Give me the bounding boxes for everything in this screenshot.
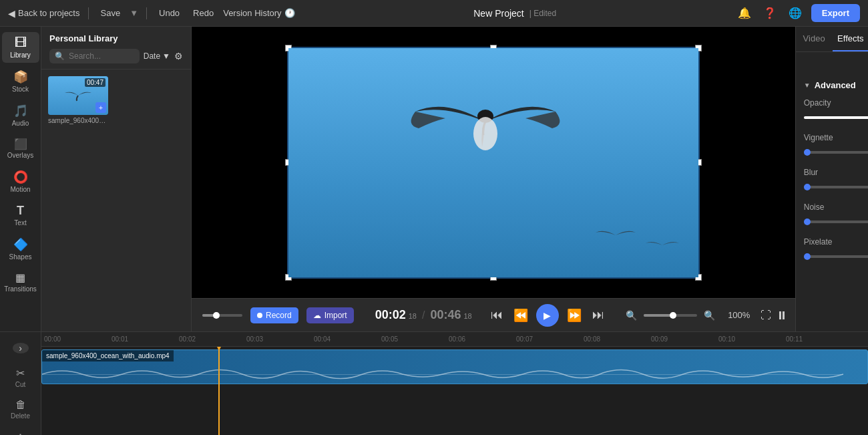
thumbnail-name: sample_960x400_... xyxy=(48,117,108,124)
back-button[interactable]: ◀ Back to projects xyxy=(8,8,80,19)
language-button[interactable]: 🌐 xyxy=(786,4,805,23)
search-box[interactable]: 🔍 xyxy=(49,49,140,63)
blur-slider-row: ↺ xyxy=(804,181,868,193)
delete-label: Delete xyxy=(11,412,30,420)
sidebar-item-text[interactable]: T Text xyxy=(2,200,39,231)
notifications-button[interactable]: 🔔 xyxy=(735,4,754,23)
blur-slider[interactable] xyxy=(804,186,868,188)
date-chevron-icon: ▼ xyxy=(162,51,170,61)
topbar-center: New Project | Edited xyxy=(300,8,730,19)
list-item[interactable]: 00:47 + sample_960x400_... xyxy=(48,76,108,124)
pixelate-slider[interactable] xyxy=(804,255,868,258)
effects-tabs: Video Effects Color Audio xyxy=(796,27,868,52)
date-filter-button[interactable]: Date ▼ xyxy=(144,51,170,61)
noise-label: Noise xyxy=(804,202,825,212)
add-track-tool[interactable]: + Add Track xyxy=(3,428,38,435)
sidebar-item-motion[interactable]: ⭕ Motion xyxy=(2,166,39,197)
advanced-section-header[interactable]: ▼ Advanced xyxy=(804,80,868,90)
playhead[interactable] xyxy=(218,347,220,435)
sidebar-item-audio[interactable]: 🎵 Audio xyxy=(2,100,39,131)
ruler-mark-8: 00:08 xyxy=(584,335,651,343)
export-button[interactable]: Export xyxy=(811,4,860,22)
divider-1 xyxy=(88,7,89,19)
record-label: Record xyxy=(266,311,292,320)
volume-thumb xyxy=(213,312,220,319)
controls-bar: Record ☁ Import 00:02 18 / 00:46 18 ⏮ ⏪ … xyxy=(192,298,795,331)
clip-waveform xyxy=(42,365,843,384)
vignette-slider[interactable] xyxy=(804,151,868,154)
play-button[interactable]: ▶ xyxy=(536,304,559,327)
sidebar-item-overlays[interactable]: ⬛ Overlays xyxy=(2,134,39,163)
rewind-button[interactable]: ⏪ xyxy=(511,305,531,325)
sidebar-item-stock[interactable]: 📦 Stock xyxy=(2,65,39,97)
opacity-slider-row: ↺ xyxy=(804,112,868,124)
save-button[interactable]: Save xyxy=(97,7,125,19)
blur-property: Blur 0 ↺ xyxy=(804,168,868,193)
timeline: › ✂ Cut 🗑 Delete + Add Track 00:00 00:01… xyxy=(0,331,868,435)
sidebar-item-shapes[interactable]: 🔷 Shapes xyxy=(2,233,39,265)
pixelate-property: Pixelate 0 ↺ xyxy=(804,237,868,263)
date-label: Date xyxy=(144,51,160,61)
zoom-slider[interactable] xyxy=(644,314,697,317)
vignette-label: Vignette xyxy=(804,133,833,142)
bird-small-1 xyxy=(596,231,636,235)
timeline-clip[interactable]: sample_960x400_ocean_with_audio.mp4 xyxy=(41,349,868,384)
tab-video[interactable]: Video xyxy=(796,27,833,51)
save-dropdown-icon[interactable]: ▼ xyxy=(130,8,138,18)
sidebar-item-transitions[interactable]: ▦ Transitions xyxy=(2,267,39,297)
media-panel-header: Personal Library 🔍 Date ▼ ⚙ xyxy=(41,27,191,69)
back-label: Back to projects xyxy=(18,8,80,18)
thumbnail-add-icon[interactable]: + xyxy=(95,102,106,113)
import-button[interactable]: ☁ Import xyxy=(306,307,354,323)
filter-button[interactable]: ⚙ xyxy=(174,51,183,61)
zoom-out-button[interactable]: 🔍 xyxy=(623,307,640,323)
expand-button[interactable]: › xyxy=(13,343,29,353)
ruler-mark-3: 00:03 xyxy=(246,335,314,343)
sidebar-item-library[interactable]: 🎞 Library xyxy=(2,32,39,63)
search-input[interactable] xyxy=(69,51,134,61)
sidebar-label-audio: Audio xyxy=(12,120,29,127)
zoom-fill xyxy=(644,314,673,317)
ruler-mark-6: 00:06 xyxy=(449,335,516,343)
overlays-icon: ⬛ xyxy=(14,138,27,150)
cut-tool[interactable]: ✂ Cut xyxy=(13,364,29,391)
undo-button[interactable]: Undo xyxy=(155,7,184,19)
record-button[interactable]: Record xyxy=(250,307,298,323)
topbar-right: 🔔 ❓ 🌐 Export xyxy=(735,4,860,23)
current-frame: 18 xyxy=(409,312,417,320)
pixelate-label-row: Pixelate 0 xyxy=(804,237,868,247)
opacity-slider[interactable] xyxy=(804,116,868,119)
vignette-thumb xyxy=(804,149,811,156)
total-time: 00:46 xyxy=(430,308,461,322)
record-icon xyxy=(257,313,262,318)
fullscreen-button[interactable]: ⛶ xyxy=(761,309,771,321)
ruler-marks: 00:00 00:01 00:02 00:03 00:04 00:05 00:0… xyxy=(44,335,865,343)
search-row: 🔍 Date ▼ ⚙ xyxy=(49,49,183,63)
noise-label-row: Noise 0 xyxy=(804,202,868,212)
media-grid: 00:47 + sample_960x400_... xyxy=(41,69,191,131)
tab-effects[interactable]: Effects xyxy=(833,27,869,51)
volume-slider[interactable] xyxy=(202,314,242,317)
delete-tool[interactable]: 🗑 Delete xyxy=(8,396,33,422)
timeline-tracks: sample_960x400_ocean_with_audio.mp4 xyxy=(41,347,868,435)
zoom-thumb xyxy=(670,312,676,319)
divider-2 xyxy=(146,7,147,19)
skip-to-start-button[interactable]: ⏮ xyxy=(488,305,505,325)
pause-bar-2 xyxy=(783,311,785,319)
opacity-label: Opacity xyxy=(804,98,831,108)
fast-forward-button[interactable]: ⏩ xyxy=(564,305,584,325)
help-button[interactable]: ❓ xyxy=(761,4,779,23)
version-history-button[interactable]: Version History 🕐 xyxy=(223,8,294,18)
noise-slider[interactable] xyxy=(804,221,868,223)
center-panel: Record ☁ Import 00:02 18 / 00:46 18 ⏮ ⏪ … xyxy=(192,27,795,331)
edited-status: | Edited xyxy=(529,9,556,18)
sidebar-label-text: Text xyxy=(14,219,26,227)
delete-icon: 🗑 xyxy=(15,399,26,411)
redo-button[interactable]: Redo xyxy=(189,7,218,19)
time-display: 00:02 18 / 00:46 18 xyxy=(375,308,472,322)
zoom-in-button[interactable]: 🔍 xyxy=(701,307,718,323)
effects-panel-content: ▼ Advanced Opacity 100 ↺ xyxy=(796,52,868,331)
ruler-mark-5: 00:05 xyxy=(381,335,449,343)
ruler-mark-0: 00:00 xyxy=(44,335,112,343)
skip-to-end-button[interactable]: ⏭ xyxy=(590,305,607,325)
